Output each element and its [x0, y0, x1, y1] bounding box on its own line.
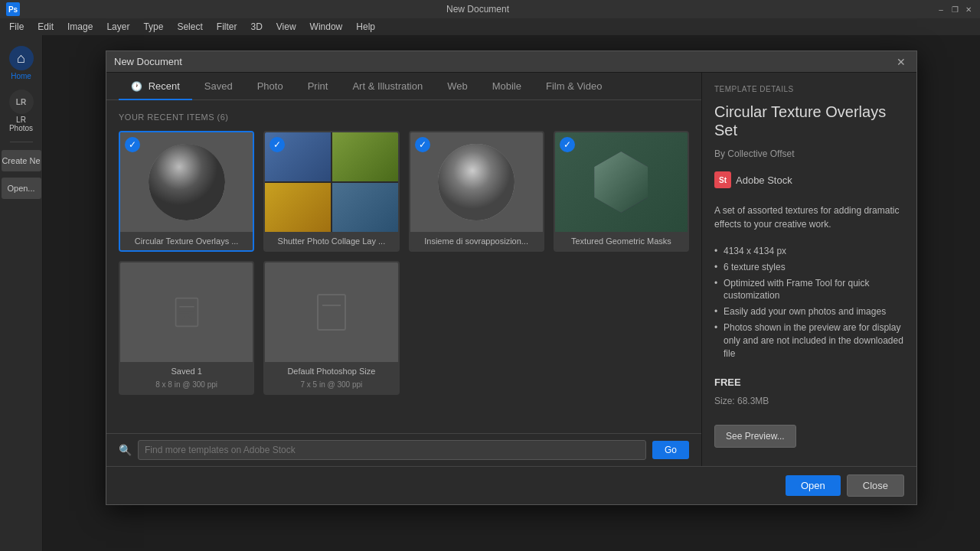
- default-thumb: [265, 262, 397, 362]
- home-label: Home: [11, 72, 31, 80]
- shutter-label: Shutter Photo Collage Lay ...: [265, 232, 397, 250]
- titlebar-close-button[interactable]: ✕: [963, 4, 974, 15]
- open-button[interactable]: Open...: [2, 178, 41, 199]
- template-card-geometric[interactable]: ✓: [554, 131, 689, 252]
- menu-item-window[interactable]: Window: [304, 20, 349, 34]
- dialog-footer: Open Close: [106, 466, 916, 504]
- insieme-thumb: [410, 132, 543, 232]
- selected-checkmark-4: ✓: [560, 137, 575, 152]
- collage-cell-4: [332, 183, 398, 232]
- collage-cell-2: [332, 132, 398, 181]
- app-layout: ⌂ Home LR LR Photos Create Ne Open... Ne…: [0, 35, 980, 551]
- selected-checkmark-3: ✓: [415, 137, 430, 152]
- lr-icon: LR: [9, 90, 34, 114]
- sidebar: ⌂ Home LR LR Photos Create Ne Open...: [0, 35, 43, 551]
- dialog-wrapper: New Document ✕ 🕐 Recent Saved: [43, 35, 980, 551]
- adobe-stock-badge: St Adobe Stock: [714, 171, 904, 188]
- sidebar-item-lr[interactable]: LR LR Photos: [3, 86, 40, 135]
- default-preview: [305, 282, 358, 343]
- feature-item: Easily add your own photos and images: [714, 304, 904, 320]
- search-input[interactable]: [138, 440, 646, 460]
- template-author: By Collective Offset: [714, 148, 904, 159]
- tab-film[interactable]: Film & Video: [534, 73, 614, 99]
- menu-item-layer[interactable]: Layer: [100, 20, 136, 34]
- dialog-body: 🕐 Recent Saved Photo Print Art & Illustr…: [106, 73, 916, 466]
- menu-item-type[interactable]: Type: [137, 20, 169, 34]
- adobe-stock-text: Adobe Stock: [736, 174, 792, 186]
- menu-item-file[interactable]: File: [3, 20, 30, 34]
- menu-item-image[interactable]: Image: [61, 20, 99, 34]
- template-card-default[interactable]: Default Photoshop Size 7 x 5 in @ 300 pp…: [263, 261, 399, 395]
- collage-preview: [265, 132, 397, 232]
- insieme-preview: [438, 144, 514, 220]
- titlebar-left: Ps: [6, 2, 20, 16]
- saved1-preview: [160, 282, 214, 343]
- tab-mobile[interactable]: Mobile: [480, 73, 534, 99]
- tab-art[interactable]: Art & Illustration: [340, 73, 435, 99]
- feature-item: Optimized with Frame Tool for quick cust…: [714, 276, 904, 305]
- template-card-circular[interactable]: ✓: [119, 131, 254, 252]
- sidebar-item-home[interactable]: ⌂ Home: [3, 43, 40, 83]
- svg-rect-9: [318, 295, 345, 330]
- template-details-label: TEMPLATE DETAILS: [714, 85, 904, 93]
- template-title: Circular Texture Overlays Set: [714, 103, 904, 139]
- menubar: FileEditImageLayerTypeSelectFilter3DView…: [0, 18, 980, 35]
- feature-item: 6 texture styles: [714, 259, 904, 276]
- svg-point-1: [149, 144, 225, 220]
- tab-photo[interactable]: Photo: [245, 73, 296, 99]
- open-document-button[interactable]: Open: [786, 475, 841, 496]
- template-card-insieme[interactable]: ✓: [409, 131, 544, 252]
- go-button[interactable]: Go: [652, 441, 689, 459]
- search-row: 🔍 Go: [106, 433, 701, 466]
- feature-item: Photos shown in the preview are for disp…: [714, 320, 904, 361]
- sidebar-divider: [10, 142, 33, 142]
- minimize-button[interactable]: –: [936, 4, 946, 15]
- svg-marker-4: [594, 152, 648, 213]
- dialog-close-button[interactable]: ✕: [893, 54, 909, 70]
- saved1-sublabel: 8 x 8 in @ 300 ppi: [120, 380, 253, 393]
- tab-print[interactable]: Print: [296, 73, 341, 99]
- create-new-button[interactable]: Create Ne: [2, 150, 41, 171]
- circular-label: Circular Texture Overlays ...: [120, 232, 253, 250]
- template-features-list: 4134 x 4134 px6 texture stylesOptimized …: [714, 243, 904, 361]
- svg-point-3: [438, 144, 514, 220]
- menu-item-3d[interactable]: 3D: [244, 20, 268, 34]
- restore-button[interactable]: ❐: [949, 4, 960, 15]
- shutter-thumb: [265, 132, 397, 232]
- tab-web[interactable]: Web: [435, 73, 480, 99]
- menu-item-edit[interactable]: Edit: [31, 20, 60, 34]
- titlebar-controls[interactable]: – ❐ ✕: [936, 4, 974, 15]
- template-card-saved1[interactable]: Saved 1 8 x 8 in @ 300 ppi: [119, 261, 254, 395]
- template-details-panel: TEMPLATE DETAILS Circular Texture Overla…: [702, 73, 916, 466]
- template-description: A set of assorted textures for adding dr…: [714, 204, 904, 231]
- menu-item-view[interactable]: View: [270, 20, 302, 34]
- tab-recent[interactable]: 🕐 Recent: [119, 73, 192, 99]
- svg-rect-5: [175, 298, 198, 327]
- insieme-label: Insieme di sovrapposizion...: [410, 232, 543, 250]
- saved1-label: Saved 1: [120, 362, 253, 380]
- new-document-dialog: New Document ✕ 🕐 Recent Saved: [106, 51, 917, 505]
- default-sublabel: 7 x 5 in @ 300 ppi: [265, 380, 397, 393]
- default-label: Default Photoshop Size: [265, 362, 397, 380]
- template-card-shutter[interactable]: ✓ Shutter: [263, 131, 399, 252]
- circular-preview: [149, 144, 225, 220]
- recent-items-area: YOUR RECENT ITEMS (6) ✓: [106, 100, 701, 433]
- menu-item-filter[interactable]: Filter: [211, 20, 243, 34]
- left-panel: 🕐 Recent Saved Photo Print Art & Illustr…: [106, 73, 702, 466]
- menu-item-help[interactable]: Help: [350, 20, 381, 34]
- tab-saved[interactable]: Saved: [192, 73, 245, 99]
- template-grid: ✓: [119, 131, 689, 395]
- circular-thumb: [120, 132, 253, 232]
- selected-checkmark: ✓: [125, 137, 140, 152]
- feature-item: 4134 x 4134 px: [714, 243, 904, 259]
- menu-item-select[interactable]: Select: [171, 20, 208, 34]
- home-icon: ⌂: [9, 46, 34, 70]
- recent-header: YOUR RECENT ITEMS (6): [119, 112, 689, 122]
- titlebar-title: New Document: [446, 4, 509, 15]
- ps-icon: Ps: [6, 2, 20, 16]
- collage-cell-3: [265, 183, 331, 232]
- geometric-thumb: [555, 132, 688, 232]
- close-dialog-button[interactable]: Close: [847, 474, 904, 497]
- see-preview-button[interactable]: See Preview...: [714, 425, 796, 448]
- dialog-titlebar: New Document ✕: [106, 51, 916, 73]
